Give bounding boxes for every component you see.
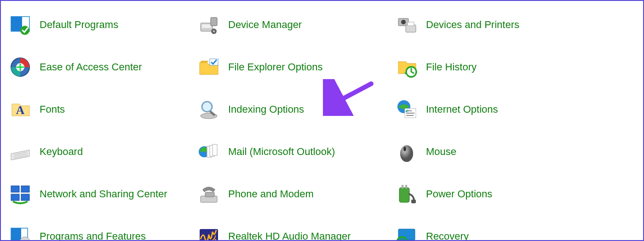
item-default-programs[interactable]: Default Programs xyxy=(9,14,193,36)
file-explorer-options-icon xyxy=(198,56,220,78)
svg-rect-43 xyxy=(405,185,407,189)
item-file-history[interactable]: File History xyxy=(396,56,589,78)
label-programs-features: Programs and Features xyxy=(40,230,146,241)
realtek-audio-icon xyxy=(198,225,220,241)
label-phone-modem: Phone and Modem xyxy=(228,188,314,200)
item-file-explorer-options[interactable]: File Explorer Options xyxy=(198,56,391,78)
programs-features-icon xyxy=(9,225,31,241)
label-devices-printers: Devices and Printers xyxy=(426,19,519,31)
svg-rect-31 xyxy=(213,144,217,155)
svg-point-2 xyxy=(20,26,29,35)
svg-rect-24 xyxy=(406,115,414,116)
network-sharing-icon xyxy=(9,183,31,205)
file-history-icon xyxy=(396,56,418,78)
item-ease-of-access[interactable]: Ease of Access Center xyxy=(9,56,193,78)
svg-rect-40 xyxy=(205,192,214,197)
keyboard-icon xyxy=(9,141,31,163)
item-indexing-options[interactable]: Indexing Options xyxy=(198,98,391,120)
label-mouse: Mouse xyxy=(426,146,456,158)
item-phone-modem[interactable]: Phone and Modem xyxy=(198,183,391,205)
svg-rect-5 xyxy=(211,17,217,26)
svg-rect-52 xyxy=(398,229,415,240)
label-keyboard: Keyboard xyxy=(40,146,83,158)
item-mail-outlook[interactable]: Mail (Microsoft Outlook) xyxy=(198,141,391,163)
svg-point-33 xyxy=(400,145,413,162)
svg-text:A: A xyxy=(16,103,25,117)
recovery-icon xyxy=(396,225,418,241)
mail-outlook-icon xyxy=(198,141,220,163)
svg-point-7 xyxy=(213,30,215,32)
label-internet-options: Internet Options xyxy=(426,103,498,115)
svg-rect-42 xyxy=(402,185,403,189)
svg-point-34 xyxy=(403,147,406,151)
item-fonts[interactable]: A Fonts xyxy=(9,98,193,120)
mouse-icon xyxy=(396,141,418,163)
svg-rect-37 xyxy=(11,194,19,201)
item-devices-printers[interactable]: Devices and Printers xyxy=(396,14,589,36)
fonts-icon: A xyxy=(9,98,31,120)
control-panel-icons-grid: Default Programs Device Manager Devices … xyxy=(9,14,643,241)
svg-point-9 xyxy=(401,20,406,24)
item-internet-options[interactable]: Internet Options xyxy=(396,98,589,120)
label-ease-of-access: Ease of Access Center xyxy=(40,61,142,73)
indexing-options-icon xyxy=(198,98,220,120)
devices-printers-icon xyxy=(396,14,418,36)
label-file-history: File History xyxy=(426,61,477,73)
svg-point-18 xyxy=(202,102,212,112)
svg-rect-23 xyxy=(406,113,414,114)
label-fonts: Fonts xyxy=(40,103,65,115)
internet-options-icon xyxy=(396,98,418,120)
item-keyboard[interactable]: Keyboard xyxy=(9,141,193,163)
item-programs-features[interactable]: Programs and Features xyxy=(9,225,193,241)
label-mail-outlook: Mail (Microsoft Outlook) xyxy=(228,146,335,158)
svg-rect-46 xyxy=(11,228,21,241)
svg-rect-35 xyxy=(11,186,19,192)
label-indexing-options: Indexing Options xyxy=(228,103,304,115)
power-options-icon xyxy=(396,183,418,205)
phone-modem-icon xyxy=(198,183,220,205)
item-recovery[interactable]: Recovery xyxy=(396,225,589,241)
item-power-options[interactable]: Power Options xyxy=(396,183,589,205)
svg-rect-38 xyxy=(21,194,29,201)
svg-rect-44 xyxy=(411,200,416,203)
svg-rect-4 xyxy=(202,24,211,28)
svg-rect-11 xyxy=(408,22,414,26)
svg-rect-36 xyxy=(21,186,29,192)
default-programs-icon xyxy=(9,14,31,36)
label-device-manager: Device Manager xyxy=(228,19,302,31)
item-realtek-audio[interactable]: Realtek HD Audio Manager xyxy=(198,225,391,241)
label-file-explorer-options: File Explorer Options xyxy=(228,61,322,73)
item-device-manager[interactable]: Device Manager xyxy=(198,14,391,36)
svg-rect-41 xyxy=(399,188,409,202)
label-realtek-audio: Realtek HD Audio Manager xyxy=(228,230,351,241)
item-network-sharing[interactable]: Network and Sharing Center xyxy=(9,183,193,205)
label-default-programs: Default Programs xyxy=(40,19,118,31)
label-power-options: Power Options xyxy=(426,188,492,200)
svg-rect-51 xyxy=(215,239,216,241)
device-manager-icon xyxy=(198,14,220,36)
label-network-sharing: Network and Sharing Center xyxy=(40,188,167,200)
ease-of-access-icon xyxy=(9,56,31,78)
item-mouse[interactable]: Mouse xyxy=(396,141,589,163)
label-recovery: Recovery xyxy=(426,230,469,241)
